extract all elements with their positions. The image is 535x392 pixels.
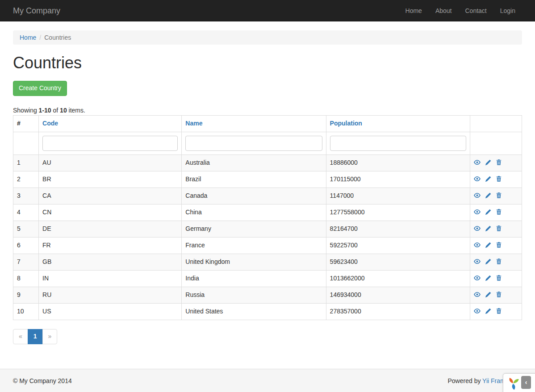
cell-code: CN [39, 204, 182, 221]
view-button[interactable] [474, 208, 481, 217]
view-button[interactable] [474, 258, 481, 267]
trash-icon [496, 308, 502, 315]
page-title: Countries [13, 54, 522, 72]
cell-code: CA [39, 188, 182, 204]
filter-input-population[interactable] [330, 136, 466, 151]
delete-button[interactable] [496, 291, 502, 300]
cell-name: China [182, 204, 326, 221]
delete-button[interactable] [496, 158, 502, 167]
cell-population: 278357000 [326, 303, 470, 320]
trash-icon [496, 209, 502, 216]
nav-item-about[interactable]: About [429, 0, 459, 21]
cell-actions [470, 254, 522, 270]
row-number: 10 [13, 303, 39, 320]
breadcrumb-home-link[interactable]: Home [20, 34, 36, 41]
update-button[interactable] [485, 225, 491, 234]
pencil-icon [485, 308, 491, 315]
row-number: 3 [13, 188, 39, 204]
update-button[interactable] [485, 192, 491, 200]
table-row: 10 US United States 278357000 [13, 303, 522, 320]
breadcrumb: Home / Countries [13, 30, 522, 45]
cell-population: 1013662000 [326, 270, 470, 287]
pagination-next: » [42, 329, 58, 344]
row-number: 5 [13, 221, 39, 237]
nav-item-home[interactable]: Home [399, 0, 429, 21]
table-row: 9 RU Russia 146934000 [13, 287, 522, 303]
pagination: « 1 » [13, 329, 57, 344]
update-button[interactable] [485, 274, 491, 283]
view-button[interactable] [474, 192, 481, 200]
delete-button[interactable] [496, 307, 502, 316]
eye-icon [474, 225, 481, 232]
cell-name: Russia [182, 287, 326, 303]
cell-actions [470, 270, 522, 287]
trash-icon [496, 258, 502, 265]
eye-icon [474, 308, 481, 315]
update-button[interactable] [485, 175, 491, 184]
delete-button[interactable] [496, 192, 502, 200]
update-button[interactable] [485, 158, 491, 167]
nav-item-contact[interactable]: Contact [458, 0, 493, 21]
cell-name: Canada [182, 188, 326, 204]
update-button[interactable] [485, 258, 491, 267]
pencil-icon [485, 275, 491, 282]
eye-icon [474, 291, 481, 298]
update-button[interactable] [485, 208, 491, 217]
cell-code: AU [39, 154, 182, 171]
delete-button[interactable] [496, 225, 502, 234]
grid-filter-row [13, 132, 522, 154]
header-actions [470, 115, 522, 132]
view-button[interactable] [474, 307, 481, 316]
delete-button[interactable] [496, 274, 502, 283]
countries-grid: # Code Name Population 1 AU Australia 18… [13, 115, 522, 320]
table-row: 5 DE Germany 82164700 [13, 221, 522, 237]
view-button[interactable] [474, 158, 481, 167]
update-button[interactable] [485, 307, 491, 316]
sort-link-code[interactable]: Code [42, 120, 58, 127]
delete-button[interactable] [496, 241, 502, 250]
view-button[interactable] [474, 175, 481, 184]
cell-actions [470, 303, 522, 320]
trash-icon [496, 225, 502, 232]
view-button[interactable] [474, 225, 481, 234]
update-button[interactable] [485, 241, 491, 250]
pencil-icon [485, 242, 491, 249]
breadcrumb-current: Countries [44, 34, 71, 41]
pagination-page-1[interactable]: 1 [28, 329, 43, 344]
debug-toolbar-expand-button[interactable]: ‹ [521, 376, 531, 389]
summary-of: of [51, 107, 60, 114]
filter-input-code[interactable] [42, 136, 178, 151]
create-country-button[interactable]: Create Country [13, 81, 67, 96]
grid-header-row: # Code Name Population [13, 115, 522, 132]
view-button[interactable] [474, 241, 481, 250]
view-button[interactable] [474, 274, 481, 283]
update-button[interactable] [485, 291, 491, 300]
filter-input-name[interactable] [185, 136, 322, 151]
cell-actions [470, 221, 522, 237]
cell-name: Australia [182, 154, 326, 171]
cell-name: France [182, 237, 326, 254]
eye-icon [474, 209, 481, 216]
sort-link-population[interactable]: Population [330, 120, 362, 127]
delete-button[interactable] [496, 208, 502, 217]
eye-icon [474, 192, 481, 199]
cell-population: 18886000 [326, 154, 470, 171]
row-number: 7 [13, 254, 39, 270]
summary-total: 10 [60, 107, 67, 114]
yii-logo-icon [506, 376, 520, 392]
cell-population: 1147000 [326, 188, 470, 204]
brand-link[interactable]: My Company [13, 0, 67, 21]
cell-code: IN [39, 270, 182, 287]
delete-button[interactable] [496, 175, 502, 184]
cell-name: Brazil [182, 171, 326, 188]
cell-actions [470, 154, 522, 171]
nav-item-login[interactable]: Login [493, 0, 522, 21]
view-button[interactable] [474, 291, 481, 300]
table-row: 4 CN China 1277558000 [13, 204, 522, 221]
sort-link-name[interactable]: Name [185, 120, 202, 127]
delete-button[interactable] [496, 258, 502, 267]
cell-code: FR [39, 237, 182, 254]
table-row: 2 BR Brazil 170115000 [13, 171, 522, 188]
row-number: 4 [13, 204, 39, 221]
pencil-icon [485, 209, 491, 216]
